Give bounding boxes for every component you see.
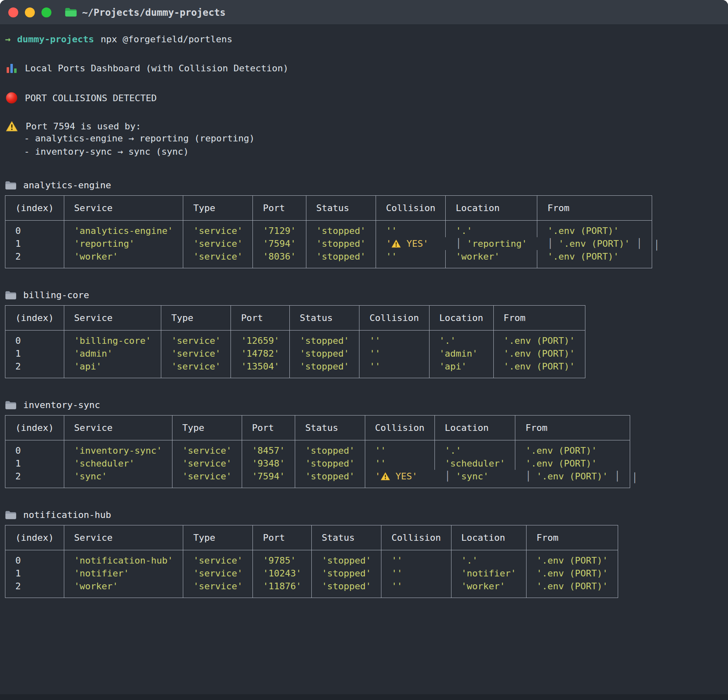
misaligned-border-glyph: │ [547, 238, 558, 249]
cell-port: '8457' [242, 440, 295, 457]
cell-status: 'stopped' [311, 567, 381, 580]
column-header: Port [242, 416, 295, 440]
column-header: Location [451, 525, 526, 550]
column-header: Service [64, 525, 183, 550]
misaligned-border-glyph: │ [654, 239, 659, 252]
cell-port: '9785' [252, 550, 311, 567]
cell-location: 'worker' [451, 580, 526, 598]
cell-index: 0 [5, 221, 64, 237]
misaligned-border-glyph: │ [632, 472, 637, 484]
cell-index: 1 [5, 347, 64, 360]
cell-location: '.' [451, 550, 526, 567]
window-titlebar: ~/Projects/dummy-projects [0, 0, 728, 25]
terminal-content: → dummy-projects npx @forgefield/portlen… [0, 34, 728, 598]
project-sections: analytics-engine(index)ServiceTypePortSt… [5, 180, 723, 598]
ports-table: (index)ServiceTypePortStatusCollisionLoc… [5, 305, 585, 378]
zoom-button[interactable] [41, 7, 51, 17]
table-header-row: (index)ServiceTypePortStatusCollisionLoc… [5, 306, 585, 331]
cell-service: 'admin' [64, 347, 161, 360]
cell-index: 0 [5, 331, 64, 347]
misaligned-border-glyph: │ [636, 238, 642, 249]
folder-icon [5, 400, 17, 410]
cell-status: 'stopped' [289, 331, 359, 347]
cell-service: 'reporting' [64, 237, 183, 250]
cell-collision: '' [359, 331, 429, 347]
column-header: Status [289, 306, 359, 331]
column-header: (index) [5, 525, 64, 550]
cell-port: '7129' [252, 221, 306, 237]
prompt-line: → dummy-projects npx @forgefield/portlen… [5, 34, 723, 44]
cell-from: '.env (PORT)' [526, 550, 618, 567]
cell-status: 'stopped' [306, 221, 376, 237]
misaligned-border-glyph: │ [456, 238, 467, 249]
cell-service: 'analytics-engine' [64, 221, 183, 237]
cell-collision: '' [359, 347, 429, 360]
column-header: Location [445, 196, 537, 221]
misaligned-border-glyph: │ [614, 471, 620, 481]
cell-index: 2 [5, 580, 64, 598]
cell-port: '11876' [252, 580, 311, 598]
window-title: ~/Projects/dummy-projects [82, 7, 226, 18]
cell-service: 'worker' [64, 250, 183, 268]
collision-warning-block: Port 7594 is used by: - analytics-engine… [5, 121, 723, 158]
table-row: 1'admin''service''14782''stopped''''admi… [5, 347, 585, 360]
close-button[interactable] [8, 7, 18, 17]
cell-collision: '' [376, 250, 445, 268]
cell-port: '9348' [242, 457, 295, 470]
project-heading: billing-core [5, 290, 723, 300]
cell-index: 0 [5, 440, 64, 457]
table-row: 2'api''service''13504''stopped''''api''.… [5, 360, 585, 378]
project-heading: analytics-engine [5, 180, 723, 190]
cell-type: 'service' [183, 580, 252, 598]
cell-port: '13504' [231, 360, 289, 378]
cell-type: 'service' [161, 347, 231, 360]
cell-index: 0 [5, 550, 64, 567]
cell-status: 'stopped' [306, 237, 376, 250]
red-circle-icon [5, 92, 18, 104]
cell-service: 'worker' [64, 580, 183, 598]
cell-port: '7594' [242, 470, 295, 488]
project-inventory-sync: inventory-sync(index)ServiceTypePortStat… [5, 400, 723, 488]
cell-service: 'inventory-sync' [64, 440, 172, 457]
table-header-row: (index)ServiceTypePortStatusCollisionLoc… [5, 416, 630, 440]
column-header: From [515, 416, 630, 440]
column-header: From [537, 196, 652, 221]
column-header: Collision [381, 525, 451, 550]
cell-status: 'stopped' [295, 470, 364, 488]
cell-from: '.env (PORT)' [537, 250, 652, 268]
cell-from: '.env (PORT)' [493, 347, 585, 360]
project-notification-hub: notification-hub(index)ServiceTypePortSt… [5, 510, 723, 598]
cell-collision: '' [359, 360, 429, 378]
cell-status: 'stopped' [289, 360, 359, 378]
cell-type: 'service' [172, 457, 242, 470]
column-header: From [493, 306, 585, 331]
column-header: From [526, 525, 618, 550]
cell-from: '.env (PORT)' [526, 580, 618, 598]
table-row: 0'inventory-sync''service''8457''stopped… [5, 440, 630, 457]
project-name: inventory-sync [23, 400, 100, 410]
dashboard-title-line: Local Ports Dashboard (with Collision De… [5, 62, 723, 74]
minimize-button[interactable] [25, 7, 35, 17]
column-header: Status [306, 196, 376, 221]
cell-type: 'service' [183, 550, 252, 567]
cell-location: 'api' [429, 360, 493, 378]
cell-collision: '' [381, 580, 451, 598]
table-row: 0'billing-core''service''12659''stopped'… [5, 331, 585, 347]
table-header-row: (index)ServiceTypePortStatusCollisionLoc… [5, 196, 652, 221]
cell-collision: ' YES' [376, 237, 445, 250]
dashboard-title: Local Ports Dashboard (with Collision De… [25, 63, 289, 73]
project-name: notification-hub [23, 510, 111, 520]
folder-icon [5, 290, 17, 300]
column-header: Type [161, 306, 231, 331]
terminal-window: ~/Projects/dummy-projects → dummy-projec… [0, 0, 728, 700]
collision-alert-line: PORT COLLISIONS DETECTED [5, 92, 723, 104]
project-analytics-engine: analytics-engine(index)ServiceTypePortSt… [5, 180, 723, 268]
cell-collision: '' [376, 221, 445, 237]
cell-port: '10243' [252, 567, 311, 580]
table-row: 0'analytics-engine''service''7129''stopp… [5, 221, 652, 237]
cell-index: 1 [5, 237, 64, 250]
warning-item: - inventory-sync → sync (sync) [5, 145, 723, 158]
project-billing-core: billing-core(index)ServiceTypePortStatus… [5, 290, 723, 378]
cell-location: │ 'reporting' [445, 237, 537, 250]
column-header: Port [252, 196, 306, 221]
